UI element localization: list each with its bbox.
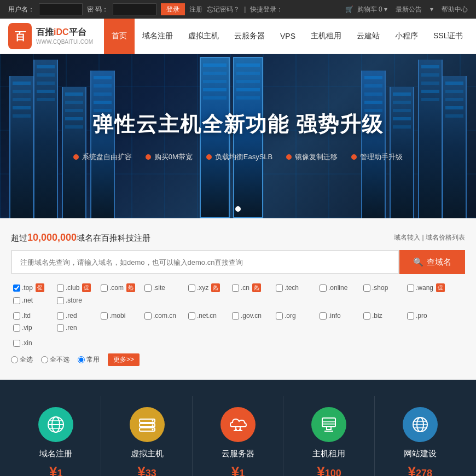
login-button[interactable]: 登录 bbox=[161, 3, 185, 15]
domain-search-button[interactable]: 🔍 查域名 bbox=[399, 250, 465, 274]
service-vhost: 虚拟主机 ¥33 元起 bbox=[102, 396, 192, 476]
select-common-option[interactable]: 常用 bbox=[78, 355, 100, 364]
domain-label: .ltd bbox=[22, 312, 31, 320]
domain-checkbox-tech[interactable] bbox=[276, 285, 283, 292]
domain-label: .online bbox=[328, 284, 347, 292]
domain-checkbox-site[interactable] bbox=[144, 285, 152, 292]
feature-dot bbox=[146, 154, 151, 160]
service-price-website: ¥278 bbox=[408, 463, 433, 476]
domain-item-red: .red bbox=[55, 311, 98, 321]
nav-item-home[interactable]: 首页 bbox=[104, 19, 135, 54]
domain-item-online: .online bbox=[317, 282, 361, 293]
domain-checkbox-com[interactable] bbox=[101, 285, 108, 292]
nav-item-email[interactable]: 邮局 bbox=[471, 19, 476, 54]
domain-checkbox-net[interactable] bbox=[13, 297, 20, 304]
domain-checkbox-vip[interactable] bbox=[13, 324, 20, 332]
search-btn-label: 查域名 bbox=[427, 257, 451, 268]
domain-checkbox-xin[interactable] bbox=[13, 340, 20, 347]
nav-item-domain[interactable]: 域名注册 bbox=[135, 19, 181, 54]
domain-search-bar: 🔍 查域名 bbox=[11, 250, 465, 274]
domain-checkbox-mobi[interactable] bbox=[101, 312, 108, 320]
domain-badge-com: 热 bbox=[126, 283, 135, 292]
domain-checkbox-store[interactable] bbox=[57, 297, 64, 304]
domain-label: .xyz bbox=[197, 284, 208, 292]
domain-checkbox-ren[interactable] bbox=[57, 324, 64, 332]
domain-item-netcn: .net.cn bbox=[186, 311, 230, 321]
logo-main: 百推iDC平台 bbox=[36, 27, 93, 38]
domain-checkbox-ltd[interactable] bbox=[13, 312, 20, 320]
cart-text: 购物车 bbox=[357, 5, 377, 13]
nav-item-hosting[interactable]: 主机租用 bbox=[303, 19, 349, 54]
separator: | bbox=[244, 5, 246, 13]
domain-checkbox-comcn[interactable] bbox=[144, 312, 152, 320]
domain-label: .pro bbox=[416, 312, 427, 320]
domain-checkbox-red[interactable] bbox=[57, 312, 64, 320]
hosting-icon bbox=[311, 407, 346, 442]
username-input[interactable] bbox=[39, 3, 83, 15]
cart-link[interactable]: 🛒 购物车 0 ▾ bbox=[345, 5, 387, 14]
nav-item-vps[interactable]: VPS bbox=[272, 19, 303, 54]
feature-text: 系统盘自由扩容 bbox=[82, 152, 132, 162]
domain-checkbox-govcn[interactable] bbox=[232, 312, 239, 320]
service-name-domain: 域名注册 bbox=[39, 449, 72, 459]
domain-item-wang: .wang 促 bbox=[405, 282, 449, 293]
select-none-option[interactable]: 全不选 bbox=[41, 355, 69, 364]
domain-checkbox-club[interactable] bbox=[57, 285, 64, 292]
main-nav: 首页 域名注册 虚拟主机 云服务器 VPS 主机租用 云建站 小程序 SSL证书… bbox=[104, 19, 476, 54]
domain-checkbox-xyz[interactable] bbox=[188, 285, 195, 292]
domain-label: .red bbox=[66, 312, 77, 320]
domain-item-com: .com 热 bbox=[98, 282, 142, 293]
domain-label: .gov.cn bbox=[241, 312, 262, 320]
logo-sub: WWW.CQBAITUI.COM bbox=[36, 38, 93, 45]
domain-price-link[interactable]: 域名价格列表 bbox=[426, 234, 465, 241]
nav-dropdown-icon: ▾ bbox=[430, 5, 433, 13]
domain-item-comcn: .com.cn bbox=[142, 311, 186, 321]
domain-label: .net bbox=[22, 297, 33, 304]
domain-checkbox-online[interactable] bbox=[320, 285, 327, 292]
domain-item-xyz: .xyz 热 bbox=[186, 282, 230, 293]
domain-search-input[interactable] bbox=[11, 250, 399, 274]
domain-badge-top: 促 bbox=[36, 283, 44, 292]
password-input[interactable] bbox=[113, 3, 156, 15]
nav-item-ssl[interactable]: SSL证书 bbox=[426, 19, 471, 54]
help-link[interactable]: 帮助中心 bbox=[442, 5, 468, 14]
nav-item-miniapp[interactable]: 小程序 bbox=[387, 19, 426, 54]
domain-checkbox-shop[interactable] bbox=[363, 285, 370, 292]
register-link[interactable]: 注册 bbox=[189, 5, 202, 14]
nav-item-vhost[interactable]: 虚拟主机 bbox=[181, 19, 227, 54]
more-domains-button[interactable]: 更多>> bbox=[108, 353, 140, 366]
select-none-radio[interactable] bbox=[41, 356, 48, 363]
domain-badge-xyz: 热 bbox=[211, 283, 220, 292]
service-cloud: 云服务器 ¥1 元起 bbox=[193, 396, 283, 476]
domain-checkbox-cn[interactable] bbox=[232, 285, 239, 292]
news-link[interactable]: 最新公告 bbox=[396, 5, 422, 14]
domain-checkbox-pro[interactable] bbox=[407, 312, 414, 320]
service-name-hosting: 主机租用 bbox=[312, 449, 345, 459]
quick-login-label: 快捷登录： bbox=[250, 5, 283, 14]
domain-label: .cn bbox=[241, 284, 249, 292]
banner-dot-indicator[interactable] bbox=[235, 206, 241, 212]
select-common-radio[interactable] bbox=[78, 356, 85, 363]
service-name-vhost: 虚拟主机 bbox=[131, 449, 164, 459]
select-all-option[interactable]: 全选 bbox=[11, 355, 33, 364]
select-all-label: 全选 bbox=[20, 355, 33, 364]
domain-checkbox-biz[interactable] bbox=[363, 312, 370, 320]
domain-checkbox-top[interactable] bbox=[13, 285, 20, 292]
domain-checkbox-info[interactable] bbox=[320, 312, 327, 320]
domain-label: .net.cn bbox=[197, 312, 217, 320]
domain-item-ltd: .ltd bbox=[11, 311, 55, 321]
forgot-link[interactable]: 忘记密码？ bbox=[207, 5, 240, 14]
domain-checkbox-netcn[interactable] bbox=[188, 312, 195, 320]
select-all-radio[interactable] bbox=[11, 356, 18, 363]
domain-transfer-link[interactable]: 域名转入 bbox=[394, 234, 420, 241]
domain-item-org: .org bbox=[274, 311, 317, 321]
cart-icon: 🛒 bbox=[345, 5, 353, 13]
nav-item-cloud[interactable]: 云服务器 bbox=[227, 19, 272, 54]
svg-rect-16 bbox=[322, 418, 335, 427]
domain-item-xin: .xin bbox=[11, 338, 55, 348]
domain-item-mobi: .mobi bbox=[98, 311, 142, 321]
feature-dot bbox=[351, 154, 357, 160]
domain-checkbox-wang[interactable] bbox=[407, 285, 414, 292]
domain-checkbox-org[interactable] bbox=[276, 312, 283, 320]
nav-item-sitebuilder[interactable]: 云建站 bbox=[349, 19, 387, 54]
